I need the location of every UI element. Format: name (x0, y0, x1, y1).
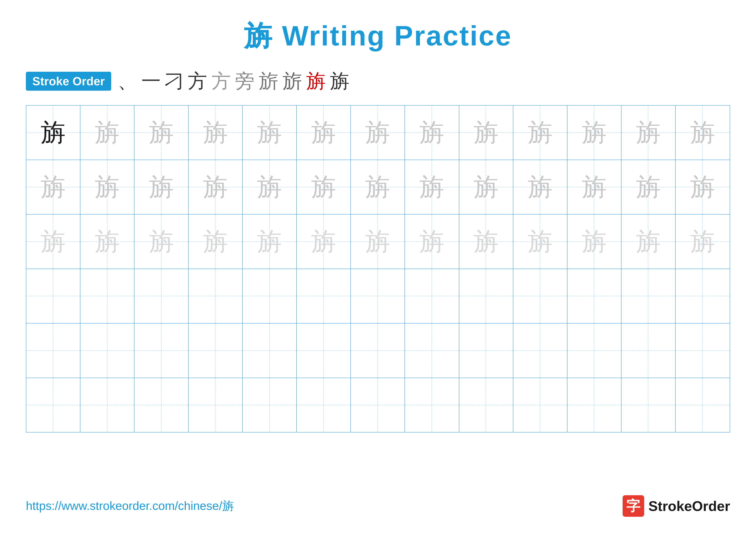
grid-cell-0-7: 旃 (405, 106, 459, 160)
grid-char: 旃 (419, 175, 444, 199)
stroke-6: 旁 (235, 68, 255, 94)
logo-text: StrokeOrder (648, 498, 730, 514)
grid-char: 旃 (690, 175, 715, 199)
grid-cell-2-1: 旃 (80, 215, 134, 268)
grid-cell-1-9: 旃 (513, 160, 567, 214)
grid-cell-4-10 (567, 323, 622, 378)
grid-char: 旃 (149, 175, 174, 199)
grid-cell-2-11: 旃 (622, 215, 676, 268)
stroke-7: 旂 (259, 68, 278, 94)
grid-char: 旃 (41, 175, 66, 199)
grid-cell-2-10: 旃 (567, 215, 622, 268)
grid-cell-2-6: 旃 (351, 215, 405, 268)
grid-cell-3-5 (297, 269, 351, 323)
grid-cell-0-9: 旃 (513, 106, 567, 160)
grid-char: 旃 (636, 120, 661, 145)
stroke-order-row: Stroke Order 、 一 刁 方 方 旁 旂 旂 旃 旃 (26, 68, 730, 94)
grid-char: 旃 (41, 120, 66, 145)
grid-cell-1-12: 旃 (676, 160, 730, 214)
grid-char: 旃 (690, 120, 715, 145)
grid-cell-4-3 (189, 323, 243, 378)
grid-cell-5-5 (297, 378, 351, 432)
grid-char: 旃 (528, 229, 553, 254)
grid-cell-0-1: 旃 (80, 106, 134, 160)
grid-cell-4-9 (513, 323, 567, 378)
grid-char: 旃 (311, 229, 336, 254)
grid-cell-3-4 (243, 269, 297, 323)
grid-cell-1-8: 旃 (459, 160, 513, 214)
grid-cell-4-8 (459, 323, 513, 378)
grid-char: 旃 (149, 229, 174, 254)
grid-row-2: 旃旃旃旃旃旃旃旃旃旃旃旃旃 (26, 215, 730, 269)
grid-cell-5-2 (134, 378, 189, 432)
grid-char: 旃 (365, 229, 390, 254)
grid-char: 旃 (419, 229, 444, 254)
stroke-1: 、 (118, 68, 137, 94)
grid-cell-3-7 (405, 269, 459, 323)
grid-cell-5-6 (351, 378, 405, 432)
grid-cell-2-5: 旃 (297, 215, 351, 268)
grid-cell-0-8: 旃 (459, 106, 513, 160)
grid-char: 旃 (582, 175, 607, 199)
grid-cell-5-4 (243, 378, 297, 432)
stroke-sequence: 、 一 刁 方 方 旁 旂 旂 旃 旃 (118, 68, 349, 94)
grid-cell-1-4: 旃 (243, 160, 297, 214)
grid-char: 旃 (203, 120, 228, 145)
stroke-8: 旂 (283, 68, 302, 94)
grid-cell-0-10: 旃 (567, 106, 622, 160)
grid-cell-5-1 (80, 378, 134, 432)
grid-cell-3-2 (134, 269, 189, 323)
grid-cell-5-9 (513, 378, 567, 432)
grid-cell-1-0: 旃 (26, 160, 80, 214)
grid-char: 旃 (203, 175, 228, 199)
grid-cell-2-8: 旃 (459, 215, 513, 268)
grid-char: 旃 (257, 175, 282, 199)
grid-cell-1-5: 旃 (297, 160, 351, 214)
grid-char: 旃 (365, 175, 390, 199)
footer-logo: 字 StrokeOrder (623, 495, 730, 517)
grid-cell-3-9 (513, 269, 567, 323)
grid-cell-5-0 (26, 378, 80, 432)
grid-char: 旃 (95, 120, 120, 145)
grid-cell-0-4: 旃 (243, 106, 297, 160)
grid-cell-2-3: 旃 (189, 215, 243, 268)
grid-cell-2-2: 旃 (134, 215, 189, 268)
grid-row-5 (26, 378, 730, 432)
writing-grid: 旃旃旃旃旃旃旃旃旃旃旃旃旃旃旃旃旃旃旃旃旃旃旃旃旃旃旃旃旃旃旃旃旃旃旃旃旃旃旃 (26, 105, 730, 433)
grid-char: 旃 (636, 175, 661, 199)
grid-cell-3-11 (622, 269, 676, 323)
grid-cell-4-12 (676, 323, 730, 378)
grid-char: 旃 (690, 229, 715, 254)
grid-cell-1-2: 旃 (134, 160, 189, 214)
stroke-10: 旃 (330, 68, 349, 94)
grid-row-0: 旃旃旃旃旃旃旃旃旃旃旃旃旃 (26, 106, 730, 160)
page-title: 旃 Writing Practice (26, 17, 730, 55)
grid-cell-2-12: 旃 (676, 215, 730, 268)
grid-cell-4-6 (351, 323, 405, 378)
grid-cell-0-11: 旃 (622, 106, 676, 160)
grid-char: 旃 (95, 229, 120, 254)
grid-cell-2-7: 旃 (405, 215, 459, 268)
grid-cell-3-3 (189, 269, 243, 323)
grid-cell-4-1 (80, 323, 134, 378)
grid-char: 旃 (257, 120, 282, 145)
logo-icon: 字 (623, 495, 644, 517)
grid-cell-0-12: 旃 (676, 106, 730, 160)
grid-cell-2-9: 旃 (513, 215, 567, 268)
stroke-order-badge: Stroke Order (26, 72, 111, 91)
grid-char: 旃 (474, 229, 499, 254)
grid-cell-3-10 (567, 269, 622, 323)
grid-cell-0-6: 旃 (351, 106, 405, 160)
grid-cell-5-10 (567, 378, 622, 432)
stroke-2: 一 (141, 68, 161, 94)
grid-char: 旃 (257, 229, 282, 254)
grid-cell-4-4 (243, 323, 297, 378)
grid-char: 旃 (95, 175, 120, 199)
grid-char: 旃 (582, 120, 607, 145)
grid-cell-0-0: 旃 (26, 106, 80, 160)
grid-cell-0-3: 旃 (189, 106, 243, 160)
grid-char: 旃 (311, 175, 336, 199)
grid-cell-4-5 (297, 323, 351, 378)
grid-char: 旃 (528, 175, 553, 199)
grid-char: 旃 (149, 120, 174, 145)
